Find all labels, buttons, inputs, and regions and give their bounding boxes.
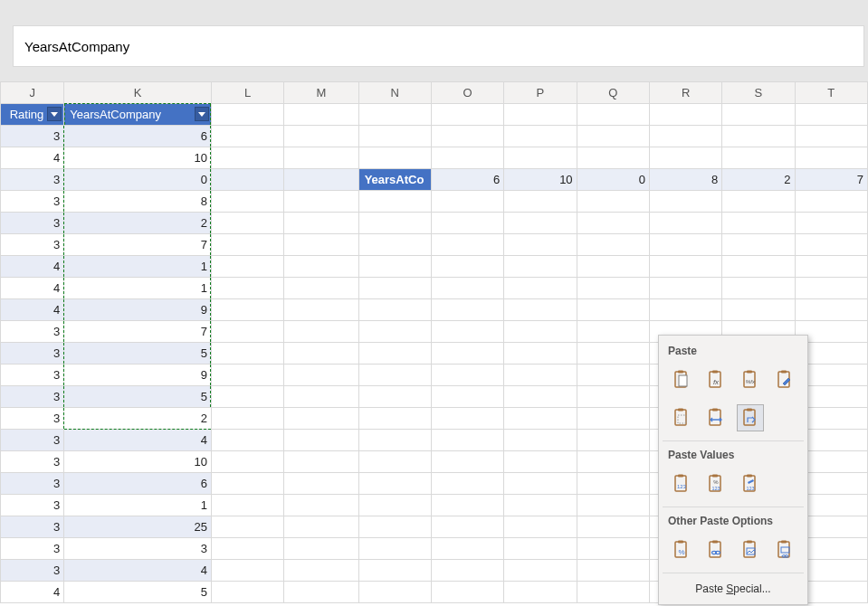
col-header-N[interactable]: N xyxy=(358,82,431,104)
cell[interactable] xyxy=(284,104,358,126)
paste-formulas-button[interactable]: fx xyxy=(702,366,730,393)
cell[interactable] xyxy=(649,104,721,126)
cell[interactable]: 0 xyxy=(64,169,212,191)
cell[interactable] xyxy=(284,278,358,299)
cell[interactable]: 5 xyxy=(64,582,212,603)
cell[interactable] xyxy=(284,213,358,234)
cell[interactable] xyxy=(211,495,283,516)
cell[interactable]: 6 xyxy=(64,473,212,495)
cell[interactable] xyxy=(431,408,503,430)
cell[interactable] xyxy=(795,234,867,256)
cell[interactable]: 3 xyxy=(1,213,64,234)
paste-values-number-fmt-button[interactable]: %123 xyxy=(702,470,730,497)
pasted-header-cell[interactable]: YearsAtCo xyxy=(358,169,431,191)
cell[interactable] xyxy=(577,582,649,603)
cell[interactable]: 10 xyxy=(64,451,212,473)
formula-input[interactable] xyxy=(14,26,863,66)
paste-special-item[interactable]: Paste Special... xyxy=(663,575,804,601)
cell[interactable] xyxy=(211,516,283,538)
cell[interactable] xyxy=(504,104,577,126)
cell[interactable] xyxy=(431,278,503,299)
cell[interactable]: 3 xyxy=(1,365,64,386)
cell[interactable]: 3 xyxy=(1,473,64,495)
cell[interactable] xyxy=(358,213,431,234)
paste-link-button[interactable] xyxy=(702,536,730,563)
header-years[interactable]: YearsAtCompany xyxy=(64,104,212,126)
cell[interactable] xyxy=(284,538,358,560)
cell[interactable]: 3 xyxy=(1,408,64,430)
cell[interactable]: 3 xyxy=(1,516,64,538)
paste-linked-picture-button[interactable] xyxy=(771,536,798,563)
cell[interactable] xyxy=(504,126,577,147)
cell[interactable] xyxy=(211,169,283,191)
cell[interactable] xyxy=(577,343,649,365)
col-header-R[interactable]: R xyxy=(649,82,721,104)
cell[interactable] xyxy=(504,321,577,343)
cell[interactable] xyxy=(504,560,577,582)
cell[interactable] xyxy=(211,147,283,169)
cell[interactable] xyxy=(577,451,649,473)
cell[interactable] xyxy=(211,582,283,603)
cell[interactable] xyxy=(358,343,431,365)
cell[interactable] xyxy=(431,299,503,321)
cell[interactable] xyxy=(649,299,721,321)
cell[interactable] xyxy=(722,234,795,256)
cell[interactable] xyxy=(504,538,577,560)
paste-formulas-number-fmt-button[interactable]: %fx xyxy=(737,366,764,393)
cell[interactable] xyxy=(284,473,358,495)
col-header-P[interactable]: P xyxy=(504,82,577,104)
cell[interactable]: 8 xyxy=(649,169,721,191)
cell[interactable] xyxy=(504,473,577,495)
cell[interactable] xyxy=(504,343,577,365)
cell[interactable] xyxy=(284,430,358,451)
cell[interactable]: 6 xyxy=(64,126,212,147)
cell[interactable]: 4 xyxy=(64,560,212,582)
cell[interactable] xyxy=(722,256,795,278)
cell[interactable] xyxy=(431,104,503,126)
cell[interactable] xyxy=(211,321,283,343)
cell[interactable] xyxy=(722,104,795,126)
cell[interactable]: 0 xyxy=(577,169,649,191)
cell[interactable] xyxy=(795,256,867,278)
cell[interactable] xyxy=(358,430,431,451)
cell[interactable] xyxy=(358,191,431,213)
cell[interactable] xyxy=(577,365,649,386)
cell[interactable]: 3 xyxy=(64,538,212,560)
cell[interactable] xyxy=(358,560,431,582)
filter-dropdown-icon[interactable] xyxy=(195,107,209,121)
cell[interactable] xyxy=(431,495,503,516)
cell[interactable] xyxy=(358,147,431,169)
cell[interactable] xyxy=(211,451,283,473)
cell[interactable] xyxy=(577,126,649,147)
cell[interactable]: 6 xyxy=(431,169,503,191)
cell[interactable]: 3 xyxy=(1,234,64,256)
cell[interactable] xyxy=(577,213,649,234)
cell[interactable]: 4 xyxy=(64,430,212,451)
cell[interactable]: 3 xyxy=(1,321,64,343)
cell[interactable] xyxy=(431,560,503,582)
cell[interactable] xyxy=(577,560,649,582)
paste-options-menu[interactable]: Paste fx %fx Paste Values 123 %123 123 O… xyxy=(658,335,808,605)
cell[interactable] xyxy=(431,343,503,365)
cell[interactable] xyxy=(504,495,577,516)
cell[interactable]: 2 xyxy=(64,408,212,430)
cell[interactable]: 3 xyxy=(1,538,64,560)
cell[interactable]: 3 xyxy=(1,169,64,191)
cell[interactable] xyxy=(795,126,867,147)
cell[interactable] xyxy=(211,256,283,278)
cell[interactable] xyxy=(504,430,577,451)
paste-keep-col-width-button[interactable] xyxy=(702,404,730,431)
cell[interactable] xyxy=(358,582,431,603)
cell[interactable] xyxy=(211,560,283,582)
cell[interactable] xyxy=(431,451,503,473)
cell[interactable] xyxy=(284,234,358,256)
col-header-T[interactable]: T xyxy=(795,82,867,104)
cell[interactable] xyxy=(211,386,283,408)
col-header-Q[interactable]: Q xyxy=(577,82,649,104)
cell[interactable] xyxy=(211,299,283,321)
cell[interactable] xyxy=(358,234,431,256)
paste-button[interactable] xyxy=(668,366,695,393)
cell[interactable] xyxy=(284,343,358,365)
cell[interactable] xyxy=(577,321,649,343)
cell[interactable] xyxy=(358,386,431,408)
